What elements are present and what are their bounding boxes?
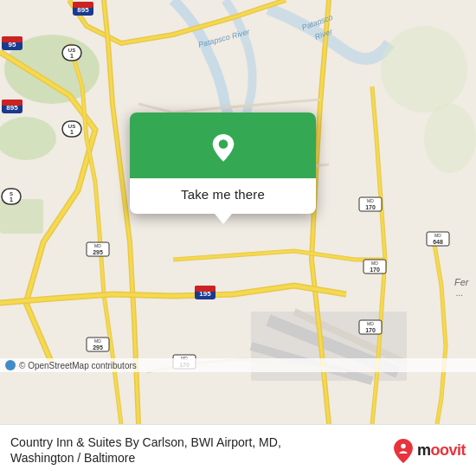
svg-point-5 [424,104,476,173]
svg-text:MD: MD [94,338,101,344]
place-name: Country Inn & Suites By Carlson, BWI Air… [10,435,384,466]
osm-logo-icon [5,360,16,370]
svg-text:170: 170 [365,327,376,333]
svg-text:170: 170 [370,267,380,273]
bottom-bar: Country Inn & Suites By Carlson, BWI Air… [0,424,476,476]
svg-rect-12 [2,36,23,42]
svg-text:170: 170 [365,204,376,210]
moovit-logo: moovit [391,439,466,463]
svg-text:1: 1 [10,196,13,203]
svg-text:...: ... [456,288,463,298]
svg-point-59 [401,443,405,447]
place-subtitle-text: Washington / Baltimore [10,451,135,465]
take-me-there-button[interactable]: Take me there [167,178,279,214]
svg-text:MD: MD [367,198,374,203]
moovit-pin-icon [391,439,415,463]
svg-text:MD: MD [434,233,441,238]
svg-rect-36 [195,286,215,292]
svg-rect-18 [2,100,23,106]
map-container: 95 895 895 US 1 US 1 S 1 MD 295 MD 295 1… [0,0,476,424]
svg-text:1: 1 [70,129,74,135]
svg-text:295: 295 [93,249,103,255]
svg-point-4 [381,26,467,113]
place-name-text: Country Inn & Suites By Carlson, BWI Air… [10,435,281,449]
copyright-bar: © OpenStreetMap contributors [0,358,476,372]
moovit-text: moovit [417,441,466,460]
copyright-text: © OpenStreetMap contributors [19,361,137,370]
svg-text:295: 295 [93,344,103,351]
svg-text:1: 1 [70,53,74,59]
svg-text:MD: MD [371,261,378,266]
svg-text:MD: MD [94,243,101,248]
svg-point-58 [218,139,228,149]
svg-text:MD: MD [367,321,374,326]
location-pin-icon [204,128,242,166]
popup-green-section [130,113,316,178]
svg-text:Fer: Fer [454,277,470,287]
svg-text:648: 648 [433,239,443,245]
svg-rect-15 [73,2,93,8]
popup-card: Take me there [130,113,316,214]
